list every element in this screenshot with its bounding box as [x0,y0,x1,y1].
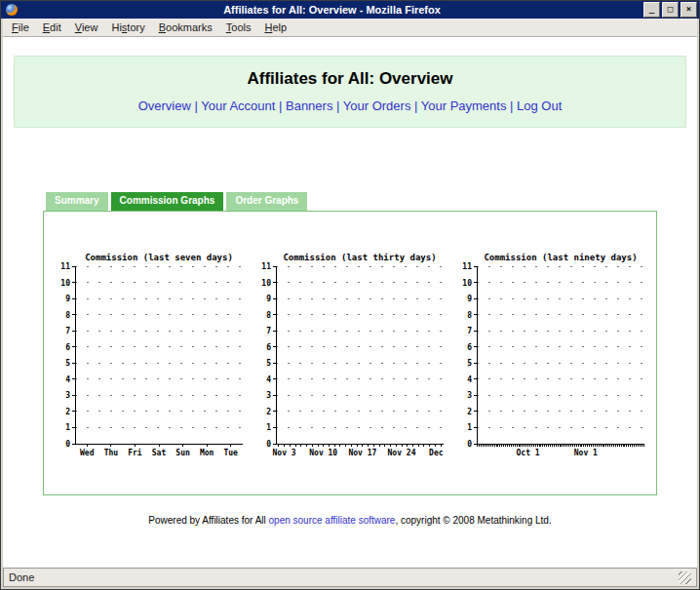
chart-commission-last-seven-days: Commission (last seven days)012345678910… [52,249,247,494]
nav-separator: | [275,98,286,113]
menu-file[interactable]: File [5,20,36,36]
window-frame: FileEditViewHistoryBookmarksToolsHelp Af… [1,19,699,589]
svg-text:11: 11 [261,262,271,271]
svg-text:Nov 17: Nov 17 [348,449,376,457]
svg-text:11: 11 [60,262,70,271]
svg-text:Thu: Thu [104,449,119,457]
svg-text:0: 0 [65,440,70,449]
svg-text:2: 2 [467,408,472,416]
chart-panel: Commission (last seven days)012345678910… [43,211,657,495]
nav-separator: | [332,98,342,113]
chart-commission-last-thirty-days: Commission (last thirty days)01234567891… [253,249,447,494]
status-text: Done [9,571,34,583]
svg-text:3: 3 [467,391,472,400]
browser-window: Affiliates for All: Overview - Mozilla F… [0,0,700,590]
menu-edit[interactable]: Edit [36,20,68,36]
tab-bar: SummaryCommission GraphsOrder Graphs [46,192,697,211]
menu-bar: FileEditViewHistoryBookmarksToolsHelp [3,19,697,37]
page-footer: Powered by Affiliates for All open sourc… [3,515,697,526]
window-title: Affiliates for All: Overview - Mozilla F… [22,1,642,19]
svg-text:10: 10 [462,279,472,288]
nav-link-your-account[interactable]: Your Account [201,98,275,113]
svg-text:3: 3 [65,391,70,400]
title-bar[interactable]: Affiliates for All: Overview - Mozilla F… [1,1,699,19]
svg-text:5: 5 [65,359,70,368]
chart-commission-last-ninety-days: Commission (last ninety days)01234567891… [453,249,648,494]
svg-text:Dec 1: Dec 1 [429,449,447,457]
svg-text:Mon: Mon [200,449,214,457]
tab-order-graphs[interactable]: Order Graphs [226,192,307,211]
svg-text:9: 9 [467,295,472,303]
svg-text:Nov 24: Nov 24 [388,449,416,457]
svg-text:Nov 3: Nov 3 [273,449,296,457]
svg-text:3: 3 [266,391,271,400]
resize-grip[interactable] [679,571,691,584]
svg-text:4: 4 [65,375,70,384]
svg-text:0: 0 [266,440,271,449]
svg-text:6: 6 [266,343,271,352]
svg-text:Fri: Fri [128,448,142,457]
nav-link-your-orders[interactable]: Your Orders [343,98,411,113]
browser-viewport: Affiliates for All: Overview Overview | … [3,37,697,568]
close-button[interactable]: × [681,2,697,18]
svg-text:7: 7 [266,327,271,335]
menu-tools[interactable]: Tools [219,20,258,36]
svg-text:8: 8 [266,311,271,320]
svg-text:7: 7 [65,327,70,335]
maximize-button[interactable]: □ [662,2,679,18]
svg-text:11: 11 [462,262,472,271]
svg-text:Commission (last seven days): Commission (last seven days) [85,253,233,262]
svg-text:1: 1 [266,423,271,432]
svg-text:7: 7 [467,327,472,335]
nav-link-banners[interactable]: Banners [286,98,332,113]
svg-text:4: 4 [266,375,271,384]
svg-text:9: 9 [266,295,271,303]
firefox-icon [6,4,18,16]
svg-text:6: 6 [467,343,472,352]
svg-text:Nov 10: Nov 10 [309,449,337,457]
svg-text:Nov 1: Nov 1 [574,449,598,457]
svg-text:Commission (last thirty days): Commission (last thirty days) [283,253,436,262]
footer-text-after: , copyright © 2008 Metathinking Ltd. [395,515,551,526]
page-title: Affiliates for All: Overview [15,70,685,87]
menu-view[interactable]: View [68,20,105,36]
footer-text-before: Powered by Affiliates for All [148,515,268,526]
nav-link-overview[interactable]: Overview [138,98,191,113]
svg-text:Tue: Tue [223,449,238,457]
svg-text:2: 2 [266,408,271,416]
menu-bookmarks[interactable]: Bookmarks [152,20,219,36]
svg-text:8: 8 [65,311,70,320]
page-header: Affiliates for All: Overview Overview | … [14,56,686,128]
svg-text:1: 1 [467,423,472,432]
svg-text:4: 4 [467,375,472,384]
svg-text:2: 2 [65,408,70,416]
svg-text:9: 9 [65,295,70,303]
svg-text:Sun: Sun [175,449,190,457]
minimize-button[interactable]: _ [643,2,660,18]
nav-separator: | [191,98,201,113]
svg-text:Commission (last ninety days): Commission (last ninety days) [484,253,637,262]
svg-text:Wed: Wed [80,449,95,457]
svg-text:10: 10 [261,279,271,288]
svg-text:5: 5 [266,359,271,368]
svg-text:1: 1 [65,423,70,432]
menu-history[interactable]: History [104,20,151,36]
nav-separator: | [506,98,517,113]
status-bar: Done [3,568,697,587]
affiliate-software-link[interactable]: open source affiliate software [269,515,396,526]
tab-commission-graphs[interactable]: Commission Graphs [111,192,224,211]
menu-help[interactable]: Help [257,20,293,36]
svg-text:Oct 1: Oct 1 [517,449,540,457]
svg-text:10: 10 [60,279,70,288]
svg-text:6: 6 [65,343,70,352]
svg-text:Sat: Sat [152,449,167,457]
svg-text:5: 5 [467,359,472,368]
tab-summary[interactable]: Summary [46,192,108,211]
svg-text:8: 8 [467,311,472,320]
svg-text:0: 0 [467,440,472,449]
page-nav: Overview | Your Account | Banners | Your… [15,99,685,112]
nav-separator: | [410,98,420,113]
nav-link-your-payments[interactable]: Your Payments [421,98,507,113]
nav-link-log-out[interactable]: Log Out [517,98,562,113]
